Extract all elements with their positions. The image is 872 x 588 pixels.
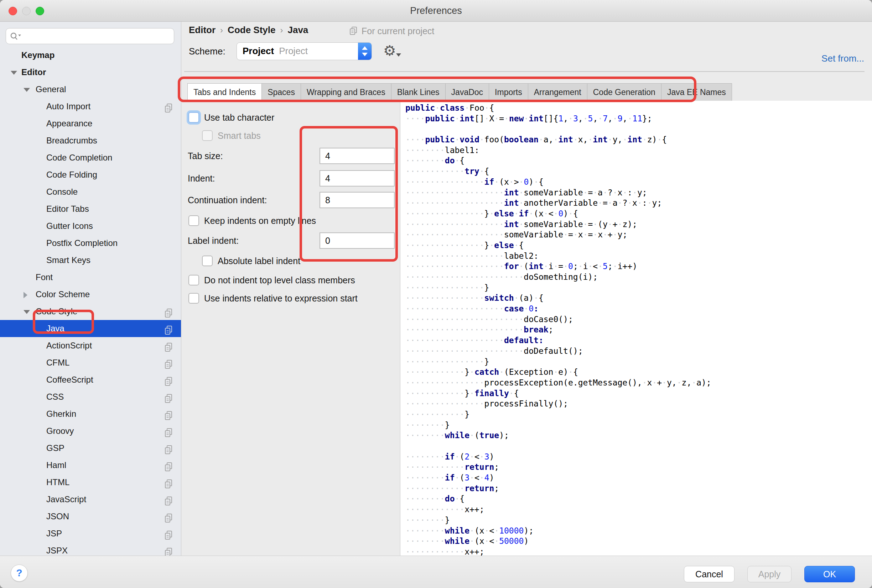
sidebar-item-gutter-icons[interactable]: Gutter Icons xyxy=(0,218,181,234)
sidebar-item-haml[interactable]: Haml xyxy=(0,457,181,474)
chevron-down-icon[interactable] xyxy=(11,71,17,75)
sidebar-item-groovy[interactable]: Groovy xyxy=(0,423,181,440)
breadcrumb-item-editor[interactable]: Editor xyxy=(189,24,215,35)
checkbox-absolute-label-indent[interactable] xyxy=(202,255,213,266)
checkbox-keep-indents-on-empty-lines[interactable] xyxy=(188,215,199,226)
sidebar-item-general[interactable]: General xyxy=(0,81,181,98)
copy-settings-icon xyxy=(164,325,173,336)
sidebar-item-label: CFML xyxy=(46,354,69,371)
gear-icon[interactable]: ⚙ xyxy=(383,42,396,60)
input-label-indent[interactable]: 0 xyxy=(320,232,395,249)
scheme-stepper[interactable] xyxy=(358,43,371,60)
sidebar-item-keymap[interactable]: Keymap xyxy=(0,46,181,64)
checkbox-do-not-indent-top-level-class-members[interactable] xyxy=(188,275,199,285)
code-line: ········if·(2·<·3) xyxy=(405,452,872,462)
sidebar-item-gsp[interactable]: GSP xyxy=(0,440,181,457)
breadcrumb-separator: › xyxy=(275,25,287,35)
code-line: ····················int·someVariable·=·a… xyxy=(405,188,872,198)
sidebar-item-javascript[interactable]: JavaScript xyxy=(0,491,181,508)
sidebar-item-json[interactable]: JSON xyxy=(0,508,181,525)
ok-button[interactable]: OK xyxy=(804,566,855,582)
search-input[interactable] xyxy=(25,29,170,43)
chevron-right-icon[interactable] xyxy=(24,292,27,298)
tab-spaces[interactable]: Spaces xyxy=(262,84,301,101)
sidebar-item-console[interactable]: Console xyxy=(0,183,181,200)
sidebar-item-editor-tabs[interactable]: Editor Tabs xyxy=(0,200,181,218)
sidebar-item-code-style[interactable]: Code Style xyxy=(0,303,181,320)
code-line: ····················int·anotherVariable·… xyxy=(405,198,872,208)
sidebar-item-actionscript[interactable]: ActionScript xyxy=(0,337,181,354)
tab-tabs-and-indents[interactable]: Tabs and Indents xyxy=(188,84,262,101)
tab-code-generation[interactable]: Code Generation xyxy=(587,84,662,101)
code-line: ········label1: xyxy=(405,145,872,156)
copy-settings-icon xyxy=(164,444,173,455)
code-line: ························doDefault(); xyxy=(405,346,872,357)
sidebar-item-label: HTML xyxy=(46,474,69,491)
sidebar-item-label: Gutter Icons xyxy=(46,218,93,234)
set-from-link[interactable]: Set from... xyxy=(821,53,864,64)
sidebar-item-jsp[interactable]: JSP xyxy=(0,525,181,542)
tab-blank-lines[interactable]: Blank Lines xyxy=(391,84,446,101)
checkbox-label: Absolute label indent xyxy=(218,253,300,269)
tab-arrangement[interactable]: Arrangement xyxy=(528,84,587,101)
code-line: ············try·{ xyxy=(405,166,872,177)
input-continuation-indent[interactable]: 8 xyxy=(320,192,395,208)
sidebar-item-label: Java xyxy=(46,320,65,337)
sidebar-search[interactable] xyxy=(6,28,174,44)
sidebar-item-label: Groovy xyxy=(46,423,74,440)
sidebar-item-cfml[interactable]: CFML xyxy=(0,354,181,371)
copy-settings-icon xyxy=(164,530,173,541)
preferences-window: Preferences KeymapEditorGeneralAuto Impo… xyxy=(0,0,872,588)
window-title: Preferences xyxy=(0,0,872,21)
sidebar-item-appearance[interactable]: Appearance xyxy=(0,115,181,132)
code-line: ········while·(x·<·10000); xyxy=(405,526,872,536)
code-line: ········do·{ xyxy=(405,494,872,504)
sidebar-item-breadcrumbs[interactable]: Breadcrumbs xyxy=(0,132,181,149)
sidebar-item-label: Code Style xyxy=(36,303,77,320)
code-line: ········if·(3·<·4) xyxy=(405,472,872,483)
copy-settings-icon xyxy=(164,410,173,421)
sidebar-item-editor[interactable]: Editor xyxy=(0,64,181,81)
sidebar-item-smart-keys[interactable]: Smart Keys xyxy=(0,252,181,269)
chevron-down-icon[interactable] xyxy=(24,310,30,314)
checkbox-smart-tabs[interactable] xyxy=(202,130,213,141)
copy-settings-icon xyxy=(164,308,173,318)
sidebar-item-coffeescript[interactable]: CoffeeScript xyxy=(0,371,181,388)
sidebar-item-postfix-completion[interactable]: Postfix Completion xyxy=(0,234,181,252)
code-line: ····public·int[]·X·=·new·int[]{1,·3,·5,·… xyxy=(405,114,872,124)
checkbox-label: Use tab character xyxy=(204,110,274,125)
scheme-value: Project xyxy=(243,45,274,56)
cancel-button[interactable]: Cancel xyxy=(684,566,735,582)
sidebar-item-auto-import[interactable]: Auto Import xyxy=(0,98,181,115)
breadcrumb-item-code-style[interactable]: Code Style xyxy=(228,24,275,35)
sidebar-item-label: Smart Keys xyxy=(46,252,90,269)
sidebar-item-html[interactable]: HTML xyxy=(0,474,181,491)
checkbox-use-tab-character[interactable] xyxy=(188,112,199,123)
tabstrip-area: Tabs and IndentsSpacesWrapping and Brace… xyxy=(181,72,872,101)
scheme-dropdown[interactable]: ProjectProject xyxy=(236,42,372,60)
sidebar-item-java[interactable]: Java xyxy=(0,320,181,337)
sidebar-item-code-completion[interactable]: Code Completion xyxy=(0,149,181,166)
sidebar-item-label: JSP xyxy=(46,525,62,542)
checkbox-label: Keep indents on empty lines xyxy=(204,213,316,228)
tab-wrapping-and-braces[interactable]: Wrapping and Braces xyxy=(301,84,391,101)
footer-bar: ? Cancel Apply OK xyxy=(0,556,872,588)
tab-java-ee-names[interactable]: Java EE Names xyxy=(662,84,732,101)
chevron-down-icon xyxy=(362,52,368,56)
copy-settings-icon xyxy=(164,376,173,387)
input-tab-size[interactable]: 4 xyxy=(320,148,395,164)
sidebar-item-gherkin[interactable]: Gherkin xyxy=(0,405,181,423)
code-line: ················}·else·if·(x·<·0)·{ xyxy=(405,208,872,219)
help-button[interactable]: ? xyxy=(11,564,28,582)
sidebar-item-color-scheme[interactable]: Color Scheme xyxy=(0,286,181,303)
tab-imports[interactable]: Imports xyxy=(489,84,528,101)
sidebar-item-font[interactable]: Font xyxy=(0,269,181,286)
breadcrumb-item-java[interactable]: Java xyxy=(287,24,308,35)
input-indent[interactable]: 4 xyxy=(320,170,395,186)
sidebar-item-label: Code Folding xyxy=(46,166,97,183)
checkbox-use-indents-relative-to-expression-start[interactable] xyxy=(188,293,199,304)
sidebar-item-code-folding[interactable]: Code Folding xyxy=(0,166,181,183)
sidebar-item-css[interactable]: CSS xyxy=(0,388,181,405)
tab-javadoc[interactable]: JavaDoc xyxy=(446,84,489,101)
chevron-down-icon[interactable] xyxy=(24,88,30,92)
